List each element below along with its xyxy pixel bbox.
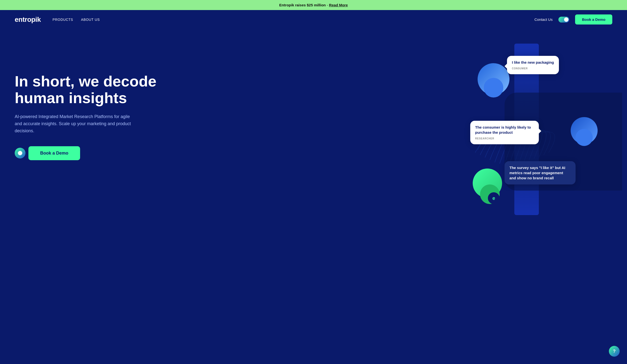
help-icon[interactable]: ? <box>609 346 620 357</box>
contact-us-link[interactable]: Contact Us <box>534 17 553 22</box>
theme-toggle-wrap <box>558 17 569 23</box>
consumer-bubble-text: I like the new packaging <box>512 60 554 64</box>
hero-cta: Book a Demo <box>15 146 80 160</box>
researcher-bubble: The consumer is highly likely to purchas… <box>470 121 539 144</box>
hero-illustration: I like the new packaging CONSUMER The co… <box>441 44 612 215</box>
hero-title-line2: human insights <box>15 89 127 106</box>
entropik-e-icon: e <box>488 192 500 204</box>
nav-item-products[interactable]: PRODUCTS <box>52 17 73 22</box>
nav-links: PRODUCTS ABOUT US <box>52 17 100 22</box>
nav-book-demo-button[interactable]: Book a Demo <box>575 14 612 24</box>
logo-text: entropik <box>15 16 41 23</box>
theme-toggle[interactable] <box>558 17 569 23</box>
hero-section: In short, we decode human insights AI-po… <box>0 29 627 364</box>
ai-bubble: The survey says "I like it" but AI metri… <box>505 161 575 184</box>
ai-bubble-text: The survey says "I like it" but AI metri… <box>510 166 565 180</box>
researcher-bubble-label: RESEARCHER <box>475 137 534 140</box>
logo: entropik <box>15 16 41 24</box>
navbar: entropik PRODUCTS ABOUT US Contact Us Bo… <box>0 10 627 29</box>
researcher-avatar <box>571 117 598 144</box>
hero-content: In short, we decode human insights AI-po… <box>15 44 157 160</box>
consumer-bubble-label: CONSUMER <box>512 67 554 70</box>
hero-subtitle: AI-powered Integrated Market Research Pl… <box>15 113 132 134</box>
nav-left: entropik PRODUCTS ABOUT US <box>15 16 100 24</box>
nav-link-products[interactable]: PRODUCTS <box>52 18 73 22</box>
announcement-separator: - <box>326 3 329 7</box>
cta-toggle-icon <box>15 148 25 158</box>
hero-book-demo-button[interactable]: Book a Demo <box>28 146 80 160</box>
nav-right: Contact Us Book a Demo <box>534 14 612 24</box>
hero-title-line1: In short, we decode <box>15 73 157 90</box>
nav-item-about[interactable]: ABOUT US <box>81 17 100 22</box>
nav-link-about[interactable]: ABOUT US <box>81 18 100 22</box>
help-icon-symbol: ? <box>613 349 616 354</box>
consumer-bubble: I like the new packaging CONSUMER <box>507 56 559 74</box>
announcement-bar: Entropik raises $25 million - Read More <box>0 0 627 10</box>
announcement-bold-text: Entropik raises $25 million <box>279 3 326 7</box>
announcement-read-more-link[interactable]: Read More <box>329 3 348 7</box>
hero-title: In short, we decode human insights <box>15 73 157 106</box>
researcher-bubble-text: The consumer is highly likely to purchas… <box>475 125 531 135</box>
